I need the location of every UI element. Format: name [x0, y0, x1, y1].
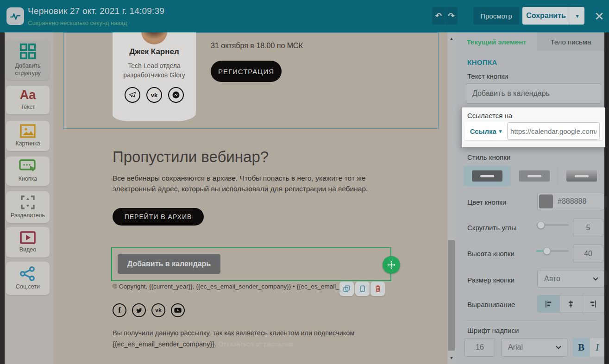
button-style-options [464, 166, 605, 186]
style-option-gradient[interactable] [558, 166, 605, 186]
sidebar-item-button[interactable]: Кнопка [6, 157, 50, 186]
redo-button[interactable]: ↷ [445, 7, 458, 25]
blocks-sidebar: Добавить структуру Aa Текст Картинка Кно… [5, 32, 53, 364]
calendar-button[interactable]: Добавить в календарь [118, 254, 220, 274]
event-datetime[interactable]: 31 октября в 18.00 по МСК [211, 42, 303, 50]
messenger-icon[interactable] [168, 87, 184, 103]
tab-email-body[interactable]: Тело письма [537, 32, 604, 51]
sidebar-item-add-structure[interactable]: Добавить структуру [6, 39, 50, 80]
missed-webinar-heading[interactable]: Пропустили вебинар? [113, 148, 269, 166]
text-aa-icon: Aa [20, 89, 36, 101]
undo-button[interactable]: ↶ [432, 7, 445, 25]
undo-icon: ↶ [435, 11, 441, 21]
corner-radius-input[interactable] [573, 219, 603, 237]
save-dropdown-button[interactable]: ▾ [570, 7, 584, 25]
email-editor-window: Черновик 27 окт. 2021 г. 14:09:39 Сохран… [0, 0, 609, 364]
alignment-label: Выравнивание [467, 301, 515, 308]
youtube-icon[interactable] [171, 303, 185, 317]
sidebar-item-text[interactable]: Aa Текст [6, 86, 50, 114]
page-edge-left [0, 32, 5, 364]
button-icon [19, 159, 37, 173]
speaker-role: Tech Lead отдела разработчиков Glory [117, 61, 191, 80]
style-option-flat-dark[interactable] [464, 166, 510, 186]
button-color-label: Цвет кнопки [467, 198, 506, 206]
bold-button[interactable]: B [573, 338, 590, 357]
button-color-picker[interactable]: #888888 [537, 193, 604, 210]
align-center-button[interactable] [559, 295, 582, 312]
button-text-label: Текст кнопки [467, 72, 508, 80]
font-family-value: Arial [508, 343, 523, 351]
move-icon [387, 260, 396, 270]
corner-radius-slider[interactable] [536, 221, 569, 229]
sidebar-item-label: Видео [18, 246, 38, 254]
sidebar-item-social[interactable]: Соц.сети [6, 262, 50, 295]
unsubscribe-link[interactable]: Отказаться от рассылки. [218, 340, 295, 348]
twitter-icon[interactable] [132, 303, 146, 317]
sidebar-item-divider[interactable]: Разделитель [6, 191, 50, 223]
canvas-scrollbar[interactable]: ▲ ▼ [447, 32, 456, 364]
facebook-icon[interactable]: f [113, 303, 126, 317]
delete-button[interactable] [370, 282, 385, 296]
mobile-icon [359, 285, 366, 292]
footer-disclaimer[interactable]: Вы получили данную рассылку, так как явл… [113, 328, 372, 350]
scrollbar-thumb[interactable] [448, 240, 455, 351]
button-size-select[interactable]: Авто [537, 270, 604, 288]
telegram-icon[interactable] [125, 87, 140, 103]
sidebar-item-image[interactable]: Картинка [6, 121, 50, 151]
font-size-input[interactable] [465, 338, 495, 357]
font-family-select[interactable]: Arial [501, 338, 567, 357]
structure-grid-icon [19, 43, 37, 60]
corner-radius-label: Скруглить углы [467, 224, 516, 232]
trash-icon [375, 285, 381, 292]
color-hex-value: #888888 [558, 197, 586, 206]
link-section-spotlight: Ссылается на Ссылка ▾ [462, 107, 605, 147]
link-type-dropdown[interactable]: Ссылка ▾ [465, 127, 507, 135]
sidebar-item-video[interactable]: Видео [6, 227, 50, 257]
chevron-down-icon [556, 345, 561, 349]
drag-handle[interactable] [383, 256, 400, 274]
save-button[interactable]: Сохранить [522, 7, 570, 25]
save-button-group: Сохранить ▾ [522, 7, 584, 25]
close-icon: × [595, 7, 604, 25]
close-button[interactable]: × [592, 6, 607, 25]
speaker-card[interactable]: Джек Карнел Tech Lead отдела разработчик… [113, 32, 196, 121]
copy-icon [343, 285, 350, 292]
sidebar-item-label: Разделитель [9, 212, 47, 220]
sidebar-item-label: Кнопка [17, 176, 39, 183]
divider-icon [20, 195, 36, 210]
vk-icon[interactable]: vk [151, 303, 165, 317]
email-canvas: Джек Карнел Tech Lead отдела разработчик… [53, 32, 447, 364]
slider-thumb[interactable] [537, 221, 545, 229]
button-text-input[interactable] [466, 83, 601, 104]
italic-button[interactable]: I [590, 338, 604, 357]
align-center-icon [567, 300, 575, 308]
speaker-social-row: vk [113, 87, 196, 103]
scroll-up-icon[interactable]: ▲ [447, 34, 456, 43]
missed-webinar-text[interactable]: Все вебинары сохраняются в архиве. Чтобы… [113, 173, 387, 195]
align-left-button[interactable] [538, 295, 559, 312]
link-section-label: Ссылается на [467, 112, 512, 119]
style-option-flat-light[interactable] [510, 166, 558, 186]
slider-thumb[interactable] [543, 247, 551, 255]
duplicate-button[interactable] [339, 282, 354, 296]
archive-button[interactable]: ПЕРЕЙТИ В АРХИВ [113, 208, 204, 226]
scroll-down-icon[interactable]: ▼ [447, 354, 456, 362]
color-swatch [539, 195, 553, 208]
button-height-input[interactable] [573, 245, 603, 263]
registration-button[interactable]: РЕГИСТРАЦИЯ [211, 61, 282, 82]
chevron-down-icon: ▾ [499, 128, 502, 134]
link-url-input[interactable] [507, 122, 600, 140]
align-right-button[interactable] [582, 295, 604, 312]
font-label: Шрифт надписи [467, 326, 519, 334]
align-right-icon [589, 300, 597, 308]
mobile-settings-button[interactable] [355, 282, 370, 296]
button-height-slider[interactable] [536, 247, 569, 255]
chevron-down-icon: ▾ [576, 13, 579, 19]
save-status: Сохранено несколько секунд назад [28, 19, 127, 26]
tab-current-element[interactable]: Текущий элемент [456, 32, 537, 51]
preview-button[interactable]: Просмотр [473, 7, 519, 25]
pulse-icon [9, 10, 21, 22]
button-height-label: Высота кнопки [467, 250, 515, 257]
copyright-text[interactable]: © Copyright, {{current_year}}, {{ec_es_e… [113, 283, 350, 290]
vk-icon[interactable]: vk [146, 87, 162, 103]
